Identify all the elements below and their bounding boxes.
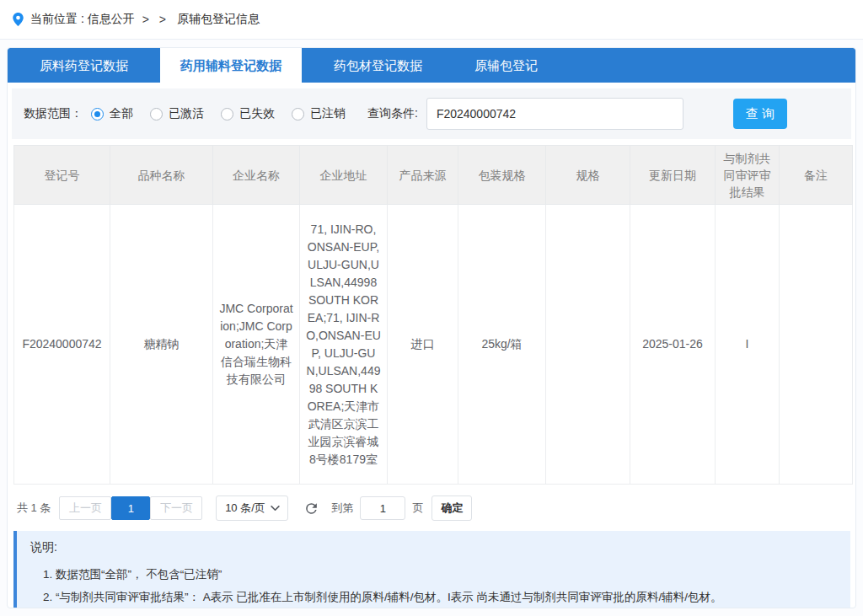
radio-unselected-icon (292, 108, 304, 121)
refresh-icon[interactable] (303, 501, 319, 517)
search-button[interactable]: 查 询 (733, 99, 787, 129)
table-cell (780, 205, 853, 485)
prev-page-button[interactable]: 上一页 (59, 496, 111, 520)
page-number-1[interactable]: 1 (111, 496, 150, 520)
scope-radio-2[interactable]: 已激活 (150, 106, 204, 121)
note-item-1: 1. 数据范围“全部”， 不包含“已注销” (43, 563, 837, 586)
column-header: 备注 (780, 146, 853, 205)
radio-label: 已失效 (239, 106, 275, 121)
radio-label: 已激活 (169, 106, 204, 121)
radio-label: 已注销 (310, 106, 346, 121)
scope-radio-3[interactable]: 已失效 (221, 106, 275, 121)
column-header: 企业名称 (213, 146, 300, 205)
note-item-2: 2. “与制剂共同审评审批结果”： A表示 已批准在上市制剂使用的原料/辅料/包… (43, 586, 837, 608)
scope-radio-1[interactable]: 全部 (91, 106, 133, 121)
column-header: 企业地址 (300, 146, 388, 205)
goto-label: 到第 (331, 501, 353, 516)
radio-label: 全部 (110, 106, 133, 121)
tab-4[interactable]: 原辅包登记 (454, 48, 558, 83)
tab-3[interactable]: 药包材登记数据 (314, 48, 442, 83)
column-header: 登记号 (14, 146, 110, 205)
scope-label: 数据范围： (24, 106, 83, 121)
radio-unselected-icon (221, 108, 233, 121)
column-header: 品种名称 (110, 146, 213, 205)
query-input[interactable] (426, 98, 683, 130)
notes-box: 说明: 1. 数据范围“全部”， 不包含“已注销” 2. “与制剂共同审评审批结… (13, 531, 850, 608)
scope-radio-group: 全部已激活已失效已注销 (91, 106, 362, 121)
pagination-bar: 共 1 条 上一页 1 下一页 10 条/页 到第 页 确定 (17, 495, 851, 521)
total-count: 共 1 条 (17, 501, 51, 516)
column-header: 与制剂共同审评审批结果 (716, 146, 780, 205)
column-header: 产品来源 (388, 146, 458, 205)
table-cell: 糖精钠 (110, 205, 213, 485)
breadcrumb-root: 当前位置 : 信息公开 (30, 12, 135, 27)
table-cell: 71, IJIN-RO, ONSAN-EUP, ULJU-GUN,ULSAN,4… (300, 205, 388, 485)
table-header-row: 登记号品种名称企业名称企业地址产品来源包装规格规格更新日期与制剂共同审评审批结果… (14, 146, 853, 205)
location-pin-icon (12, 12, 24, 27)
chevron-down-icon (271, 506, 280, 512)
breadcrumb-separator: > > (142, 13, 169, 26)
goto-suffix-label: 页 (412, 501, 423, 516)
table-body: F20240000742糖精钠JMC Corporation;JMC Corpo… (14, 205, 853, 485)
table-cell: 2025-01-26 (630, 205, 716, 485)
breadcrumb: 当前位置 : 信息公开 > > 原辅包登记信息 (0, 0, 863, 40)
radio-unselected-icon (150, 108, 163, 121)
tab-bar: 原料药登记数据药用辅料登记数据药包材登记数据原辅包登记 (8, 48, 855, 83)
breadcrumb-current: 原辅包登记信息 (177, 12, 260, 27)
radio-selected-icon (91, 108, 104, 121)
confirm-button[interactable]: 确定 (432, 495, 472, 521)
notes-title: 说明: (30, 540, 837, 555)
column-header: 规格 (546, 146, 630, 205)
table-cell: I (716, 205, 780, 485)
content-panel: 原料药登记数据药用辅料登记数据药包材登记数据原辅包登记 数据范围： 全部已激活已… (7, 47, 856, 608)
scope-radio-4[interactable]: 已注销 (292, 106, 346, 121)
table-cell: 进口 (388, 205, 458, 485)
table-cell: F20240000742 (14, 205, 110, 485)
tab-2[interactable]: 药用辅料登记数据 (160, 48, 302, 83)
next-page-button[interactable]: 下一页 (150, 496, 202, 520)
page-size-select[interactable]: 10 条/页 (216, 495, 288, 521)
table-cell: 25kg/箱 (458, 205, 546, 485)
goto-page-input[interactable] (360, 496, 405, 520)
table-row: F20240000742糖精钠JMC Corporation;JMC Corpo… (14, 205, 853, 485)
tab-1[interactable]: 原料药登记数据 (19, 48, 148, 83)
column-header: 更新日期 (630, 146, 716, 205)
column-header: 包装规格 (458, 146, 546, 205)
query-label: 查询条件: (367, 106, 418, 121)
page-size-value: 10 条/页 (225, 501, 265, 516)
filter-bar: 数据范围： 全部已激活已失效已注销 查询条件: 查 询 (12, 88, 851, 139)
table-cell (546, 205, 630, 485)
results-table: 登记号品种名称企业名称企业地址产品来源包装规格规格更新日期与制剂共同审评审批结果… (13, 145, 853, 485)
table-cell: JMC Corporation;JMC Corporation;天津信合瑞生物科… (213, 205, 300, 485)
